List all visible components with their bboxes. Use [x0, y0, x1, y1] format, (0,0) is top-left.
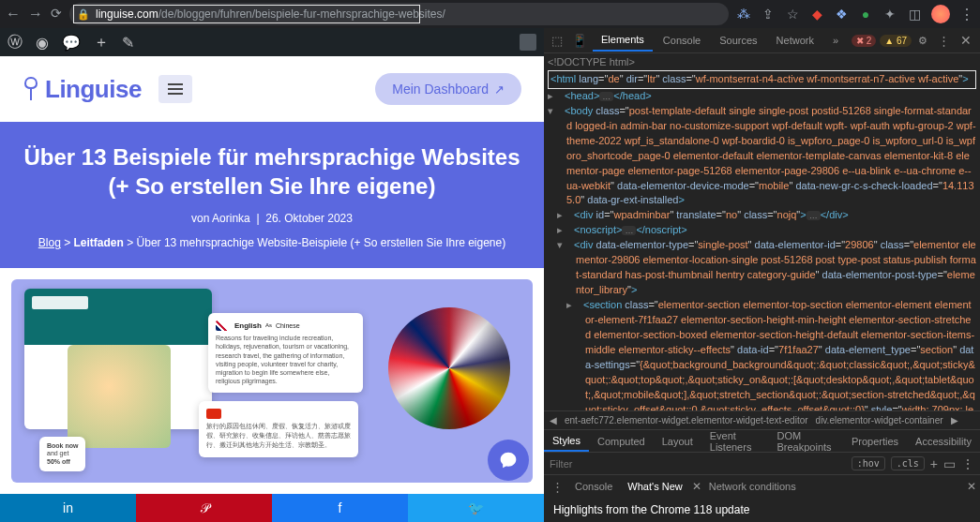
share-twitter[interactable]: 🐦 [408, 494, 544, 522]
styles-tab-a11y[interactable]: Accessibility [907, 432, 980, 451]
warning-count-badge[interactable]: ▲ 67 [880, 35, 912, 47]
breadcrumb-blog[interactable]: Blog [38, 236, 61, 249]
dom-wpadminbar[interactable]: ▸<div id="wpadminbar" translate="no" cla… [566, 208, 976, 223]
chat-widget-button[interactable] [488, 440, 529, 481]
wp-edit-icon[interactable]: ✎ [122, 34, 134, 52]
styles-tab-layout[interactable]: Layout [654, 432, 701, 451]
browser-toolbar: ← → ⟳ 🔒 linguise.com/de/bloggen/fuhren/b… [0, 0, 980, 28]
chat-icon [499, 451, 518, 470]
chrome-menu-icon[interactable]: ⋮ [959, 6, 974, 23]
share-linkedin[interactable]: in [0, 494, 136, 522]
hero-illustration: English As Chinese Reasons for traveling… [11, 279, 533, 483]
error-count-badge[interactable]: ✖ 2 [852, 35, 876, 47]
devtools-panel: ⬚ 📱 Elements Console Sources Network » ✖… [544, 28, 980, 522]
drawer-content: Highlights from the Chrome 118 update [544, 498, 980, 522]
share-icon[interactable]: ⇪ [761, 7, 776, 22]
styles-pane-menu-icon[interactable]: ▭ [943, 456, 956, 471]
tab-elements[interactable]: Elements [593, 29, 653, 52]
dom-body-open[interactable]: ▾<body class="post-template-default sing… [557, 104, 976, 209]
bookmark-star-icon[interactable]: ☆ [785, 7, 800, 22]
dom-head[interactable]: ▸<head>…</head> [557, 89, 976, 104]
uk-flag-icon [216, 321, 231, 331]
tab-console[interactable]: Console [655, 30, 709, 51]
dom-tree[interactable]: <!DOCTYPE html> <html lang="de" dir="ltr… [544, 53, 980, 410]
drawer-tab-whatsnew[interactable]: What's New [620, 477, 689, 496]
page-viewport: ⓦ ◉ 💬 ＋ ✎ Linguise Mein Dashboard ↗ Über… [0, 28, 544, 522]
forward-button[interactable]: → [28, 6, 43, 22]
logo-text: Linguise [45, 75, 142, 104]
reload-button[interactable]: ⟳ [51, 6, 62, 22]
devtools-settings-icon[interactable]: ⚙ [913, 35, 932, 47]
wp-admin-bar: ⓦ ◉ 💬 ＋ ✎ [0, 28, 544, 56]
wp-logo-icon[interactable]: ⓦ [8, 33, 23, 52]
styles-filter-bar: :hov .cls + ▭ ⋮ [544, 452, 980, 474]
page-title: Über 13 Beispiele für mehrsprachige Webs… [17, 142, 527, 201]
extension-icon-1[interactable]: ◆ [809, 7, 824, 22]
extensions-puzzle-icon[interactable]: ✦ [882, 7, 897, 22]
external-link-icon: ↗ [494, 82, 505, 97]
dom-html-highlight: <html lang="de" dir="ltr" class="wf-mont… [548, 70, 976, 89]
styles-filter-input[interactable] [550, 458, 846, 470]
hov-toggle[interactable]: :hov [852, 456, 885, 470]
illus-promo-badge: Book nowand get50% off [39, 437, 85, 471]
wp-comments-icon[interactable]: 💬 [62, 34, 81, 52]
dom-section1[interactable]: ▸<section class="elementor-section eleme… [576, 298, 976, 410]
cls-toggle[interactable]: .cls [891, 456, 925, 470]
styles-tab-props[interactable]: Properties [843, 432, 907, 451]
hero-meta: von Aorinka | 26. Oktober 2023 [17, 212, 527, 225]
drawer-close-icon[interactable]: ✕ [967, 480, 976, 493]
translate-icon[interactable]: ⁂ [736, 7, 751, 22]
address-bar[interactable]: 🔒 linguise.com/de/bloggen/fuhren/beispie… [69, 3, 729, 25]
devtools-menu-icon[interactable]: ⋮ [934, 34, 954, 48]
cn-flag-icon [206, 409, 221, 419]
new-style-rule-icon[interactable]: + [930, 456, 938, 471]
dom-elementor-div[interactable]: ▾<div data-elementor-type="single-post" … [566, 238, 976, 298]
sidepanel-icon[interactable]: ◫ [907, 7, 922, 22]
back-button[interactable]: ← [6, 6, 21, 22]
drawer-tab-close-icon[interactable]: ✕ [692, 480, 701, 493]
illus-english-card: English As Chinese Reasons for traveling… [208, 313, 363, 393]
share-pinterest[interactable]: 𝒫 [136, 494, 272, 522]
url-text: linguise.com/de/bloggen/fuhren/beispiele… [96, 7, 445, 21]
flag-globe-icon [388, 307, 510, 429]
profile-avatar[interactable] [931, 5, 950, 23]
social-share-bar: in 𝒫 f 🐦 [0, 494, 544, 522]
illus-chinese-card: 旅行的原因包括休闲、度假、恢复活力、旅游或度假、研究旅行、收集信息、拜访他人、慈… [199, 401, 358, 456]
logo-mark-icon [23, 76, 39, 102]
breadcrumb-current: Über 13 mehrsprachige Website-Beispiele … [137, 236, 506, 249]
tab-sources[interactable]: Sources [711, 30, 765, 51]
inspect-icon[interactable]: ⬚ [548, 34, 566, 48]
share-facebook[interactable]: f [272, 494, 408, 522]
menu-hamburger-button[interactable] [158, 75, 192, 103]
devtools-close-icon[interactable]: ✕ [956, 33, 976, 48]
illus-photo [68, 345, 171, 448]
styles-tabs: Styles Computed Layout Event Listeners D… [544, 429, 980, 452]
site-header: Linguise Mein Dashboard ↗ [0, 56, 544, 122]
extension-icon-3[interactable]: ● [858, 7, 873, 22]
site-logo[interactable]: Linguise [23, 75, 142, 104]
breadcrumb-guide[interactable]: Leitfaden [74, 236, 124, 249]
wp-dashboard-icon[interactable]: ◉ [36, 34, 49, 52]
device-toggle-icon[interactable]: 📱 [568, 34, 591, 48]
extension-icon-2[interactable]: ❖ [834, 7, 849, 22]
tab-more[interactable]: » [824, 30, 847, 51]
devtools-drawer: ⋮ Console What's New ✕ Network condition… [544, 474, 980, 522]
styles-tab-styles[interactable]: Styles [544, 431, 589, 452]
styles-more-icon[interactable]: ⋮ [961, 456, 974, 471]
dashboard-button[interactable]: Mein Dashboard ↗ [375, 73, 521, 105]
styles-tab-computed[interactable]: Computed [589, 432, 654, 451]
dom-noscript[interactable]: ▸<noscript>…</noscript> [566, 223, 976, 238]
lock-icon: 🔒 [77, 8, 90, 21]
drawer-tab-network[interactable]: Network conditions [701, 477, 804, 496]
wp-add-icon[interactable]: ＋ [94, 33, 109, 52]
dom-doctype[interactable]: <!DOCTYPE html> [548, 55, 976, 70]
dashboard-button-label: Mein Dashboard [392, 82, 489, 97]
dom-html-open[interactable]: <html lang="de" dir="ltr" class="wf-mont… [550, 72, 973, 87]
tab-network[interactable]: Network [768, 30, 822, 51]
hero-section: Über 13 Beispiele für mehrsprachige Webs… [0, 122, 544, 268]
wp-user-avatar[interactable] [520, 34, 536, 51]
drawer-tab-console[interactable]: Console [567, 477, 620, 496]
devtools-tabs: ⬚ 📱 Elements Console Sources Network » ✖… [544, 28, 980, 52]
breadcrumb: Blog > Leitfaden > Über 13 mehrsprachige… [17, 236, 527, 249]
drawer-menu-icon[interactable]: ⋮ [548, 480, 567, 494]
